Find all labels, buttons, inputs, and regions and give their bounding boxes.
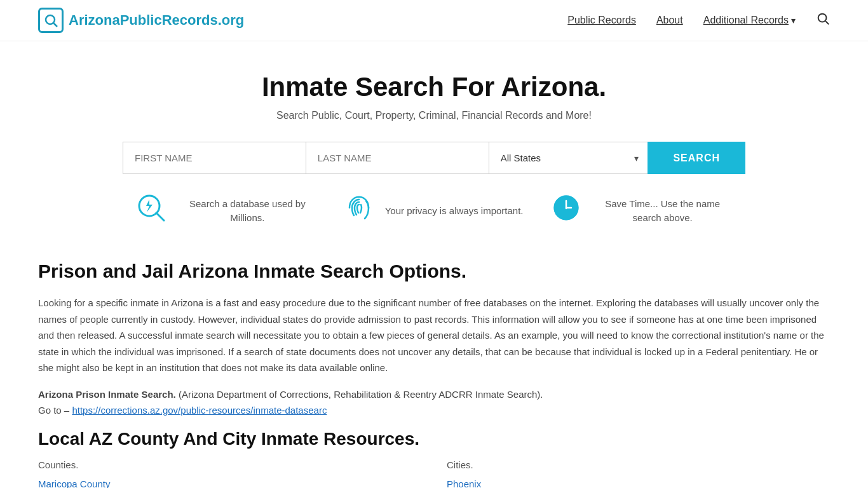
svg-point-0 [46,15,55,24]
svg-point-2 [818,14,827,22]
svg-marker-6 [146,200,153,212]
resources-heading: Local AZ County And City Inmate Resource… [38,429,830,449]
lightning-search-icon [135,192,167,230]
features-row: Search a database used by Millions. Your… [85,192,783,261]
svg-line-3 [825,21,829,24]
logo[interactable]: ArizonaPublicRecords.org [38,8,244,33]
first-name-input[interactable] [123,142,306,174]
state-select[interactable]: All StatesAlabamaAlaskaArizonaArkansasCa… [489,142,648,174]
feature-time-text: Save Time... Use the name search above. [592,197,733,226]
feature-privacy: Your privacy is always important. [330,192,538,230]
counties-label: Counties. [38,459,421,470]
az-prison-label: Arizona Prison Inmate Search. [38,389,176,400]
fingerprint-icon [343,192,375,230]
feature-database: Search a database used by Millions. [123,192,330,230]
chevron-down-icon: ▾ [791,15,796,25]
prison-section-body: Looking for a specific inmate in Arizona… [38,295,830,376]
az-prison-link-prefix: Go to – [38,405,69,416]
svg-line-5 [156,213,164,220]
cities-col: Cities. Phoenix Tucson [447,459,830,489]
state-select-wrapper: All StatesAlabamaAlaskaArizonaArkansasCa… [489,142,648,174]
maricopa-county-link[interactable]: Maricopa County [38,475,421,489]
search-form: All StatesAlabamaAlaskaArizonaArkansasCa… [85,142,783,192]
feature-database-text: Search a database used by Millions. [177,197,318,226]
resources-grid: Counties. Maricopa County Pima County Ci… [38,459,830,489]
search-icon[interactable] [816,11,830,29]
feature-time: Save Time... Use the name search above. [538,192,745,230]
az-prison-reference: Arizona Prison Inmate Search. (Arizona D… [38,386,830,419]
nav-additional-records[interactable]: Additional Records ▾ [703,15,796,26]
hero-subtitle: Search Public, Court, Property, Criminal… [38,110,830,121]
az-prison-desc: (Arizona Department of Corrections, Reha… [179,389,543,400]
clock-icon [550,192,582,230]
prison-section-heading: Prison and Jail Arizona Inmate Search Op… [38,261,830,282]
nav-public-records[interactable]: Public Records [567,15,636,26]
logo-icon [38,8,64,33]
nav-additional-records-label[interactable]: Additional Records [703,15,789,26]
cities-label: Cities. [447,459,830,470]
main-nav: Public Records About Additional Records … [567,11,830,29]
last-name-input[interactable] [306,142,489,174]
site-header: ArizonaPublicRecords.org Public Records … [0,0,868,41]
search-button[interactable]: SEARCH [648,142,745,174]
counties-col: Counties. Maricopa County Pima County [38,459,421,489]
page-title: Inmate Search For Arizona. [38,72,830,102]
hero-section: Inmate Search For Arizona. Search Public… [0,41,868,142]
logo-text: ArizonaPublicRecords.org [69,12,244,29]
phoenix-link[interactable]: Phoenix [447,475,830,489]
nav-about[interactable]: About [656,15,683,26]
feature-privacy-text: Your privacy is always important. [385,204,524,219]
main-content: Prison and Jail Arizona Inmate Search Op… [0,261,868,488]
svg-line-1 [54,24,58,27]
az-prison-link[interactable]: https://corrections.az.gov/public-resour… [72,405,327,416]
